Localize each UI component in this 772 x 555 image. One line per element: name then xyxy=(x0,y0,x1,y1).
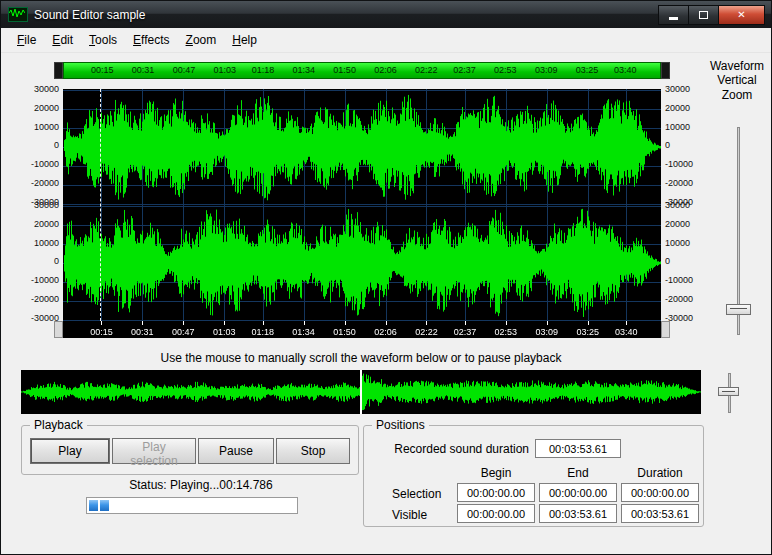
positions-group-title: Positions xyxy=(372,418,429,432)
scrollbar-left-grip[interactable] xyxy=(54,62,63,79)
visible-duration-field[interactable]: 00:03:53.61 xyxy=(621,504,699,523)
menu-item[interactable]: Tools xyxy=(81,30,125,50)
maximize-button[interactable] xyxy=(688,5,719,25)
scrollbar-time-label: 00:47 xyxy=(173,65,196,75)
scrollbar-time-label: 00:31 xyxy=(132,65,155,75)
column-header-begin: Begin xyxy=(457,466,535,480)
amplitude-label: 20000 xyxy=(665,104,690,113)
amplitude-label: 10000 xyxy=(665,239,690,248)
range-scrollbar-track[interactable]: 00:1500:3100:4701:0301:1801:3401:5002:06… xyxy=(63,62,661,79)
stop-button[interactable]: Stop xyxy=(276,438,350,464)
close-button[interactable]: ✕ xyxy=(718,5,765,25)
recorded-duration-field[interactable]: 00:03:53.61 xyxy=(535,439,621,458)
ruler-tick xyxy=(101,321,102,325)
window-controls: ✕ xyxy=(659,5,771,25)
ruler-right-cap xyxy=(661,321,670,338)
recorded-duration-label: Recorded sound duration xyxy=(369,442,529,456)
maximize-icon xyxy=(699,11,708,19)
ruler-time-label: 01:03 xyxy=(213,327,236,337)
scrollbar-time-label: 00:15 xyxy=(91,65,114,75)
amplitude-label: 0 xyxy=(665,141,670,150)
menu-item[interactable]: Effects xyxy=(125,30,177,50)
amplitude-label: 30000 xyxy=(665,201,690,210)
playback-group: Playback Play Play selection Pause Stop xyxy=(21,425,359,475)
menu-item[interactable]: File xyxy=(9,30,44,50)
waveform-channel-left[interactable] xyxy=(63,89,661,205)
ch1-right-axis: 3000020000100000-10000-20000-30000 xyxy=(663,85,703,207)
close-icon: ✕ xyxy=(737,10,745,20)
scrollbar-time-label: 03:40 xyxy=(614,65,637,75)
menu-item[interactable]: Edit xyxy=(44,30,81,50)
app-window: Sound Editor sample ✕ FileEditToolsEffec… xyxy=(0,0,772,555)
progress-bar xyxy=(86,497,298,514)
ruler-tick xyxy=(224,321,225,325)
amplitude-label: -20000 xyxy=(665,295,693,304)
ruler-time-label: 00:47 xyxy=(172,327,195,337)
app-icon xyxy=(8,7,28,22)
minimize-icon xyxy=(669,17,678,20)
range-scrollbar[interactable]: 00:1500:3100:4701:0301:1801:3401:5002:06… xyxy=(54,62,670,79)
ruler-time-label: 01:50 xyxy=(333,327,356,337)
play-button[interactable]: Play xyxy=(30,438,110,464)
menu-item[interactable]: Help xyxy=(224,30,265,50)
amplitude-label: 10000 xyxy=(34,123,59,132)
positions-group: Positions Recorded sound duration 00:03:… xyxy=(363,425,704,527)
ruler-tick xyxy=(465,321,466,325)
progress-chunk xyxy=(89,500,98,511)
amplitude-label: 30000 xyxy=(34,201,59,210)
visible-row-label: Visible xyxy=(392,508,427,522)
amplitude-label: 0 xyxy=(665,257,670,266)
visible-begin-field[interactable]: 00:00:00.00 xyxy=(457,504,535,523)
amplitude-label: 20000 xyxy=(34,220,59,229)
waveform-channel-right[interactable] xyxy=(63,205,661,321)
amplitude-label: 0 xyxy=(54,257,59,266)
amplitude-label: 20000 xyxy=(665,220,690,229)
amplitude-label: 30000 xyxy=(34,85,59,94)
scrollbar-time-label: 01:18 xyxy=(252,65,275,75)
selection-duration-field[interactable]: 00:00:00.00 xyxy=(621,483,699,502)
amplitude-label: 0 xyxy=(54,141,59,150)
amplitude-label: 20000 xyxy=(34,104,59,113)
scrollbar-time-label: 03:09 xyxy=(535,65,558,75)
vertical-zoom-thumb[interactable] xyxy=(726,304,751,315)
ruler-time-label: 02:37 xyxy=(454,327,477,337)
play-selection-button[interactable]: Play selection xyxy=(112,438,196,464)
playback-group-title: Playback xyxy=(30,418,87,432)
menu-bar: FileEditToolsEffectsZoomHelp xyxy=(1,28,771,53)
ruler-time-label: 01:18 xyxy=(251,327,274,337)
pause-button[interactable]: Pause xyxy=(198,438,274,464)
minimize-button[interactable] xyxy=(658,5,689,25)
scrollbar-right-grip[interactable] xyxy=(661,62,670,79)
ruler-tick xyxy=(183,321,184,325)
ruler-time-label: 00:31 xyxy=(131,327,154,337)
column-header-end: End xyxy=(539,466,617,480)
scrollbar-time-label: 01:34 xyxy=(293,65,316,75)
menu-item[interactable]: Zoom xyxy=(178,30,225,50)
amplitude-label: -10000 xyxy=(665,160,693,169)
overview-slider-thumb[interactable] xyxy=(718,387,739,396)
scrollbar-time-label: 02:37 xyxy=(453,65,476,75)
ch2-left-axis: 3000020000100000-10000-20000-30000 xyxy=(21,201,61,323)
overview-playhead xyxy=(360,370,362,414)
ch2-right-axis: 3000020000100000-10000-20000-30000 xyxy=(663,201,703,323)
amplitude-label: 10000 xyxy=(34,239,59,248)
ruler-tick xyxy=(304,321,305,325)
playhead-line xyxy=(100,89,101,321)
scrollbar-time-label: 01:03 xyxy=(213,65,236,75)
window-title: Sound Editor sample xyxy=(34,8,659,22)
selection-end-field[interactable]: 00:00:00.00 xyxy=(539,483,617,502)
visible-end-field[interactable]: 00:03:53.61 xyxy=(539,504,617,523)
amplitude-label: -20000 xyxy=(31,295,59,304)
amplitude-label: -10000 xyxy=(665,276,693,285)
ruler-time-label: 03:25 xyxy=(576,327,599,337)
ruler-left-cap xyxy=(54,321,63,338)
ruler-tick xyxy=(626,321,627,325)
selection-begin-field[interactable]: 00:00:00.00 xyxy=(457,483,535,502)
title-bar[interactable]: Sound Editor sample ✕ xyxy=(1,1,771,28)
ruler-time-label: 02:22 xyxy=(415,327,438,337)
amplitude-label: 10000 xyxy=(665,123,690,132)
amplitude-label: -20000 xyxy=(31,179,59,188)
scroll-hint-text: Use the mouse to manually scroll the wav… xyxy=(21,351,701,365)
amplitude-label: 30000 xyxy=(665,85,690,94)
ruler-tick xyxy=(345,321,346,325)
